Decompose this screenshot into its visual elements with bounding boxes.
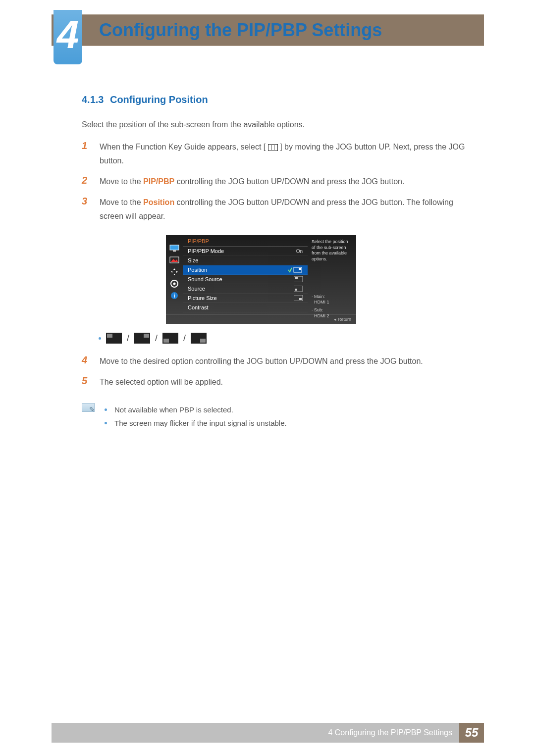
steps-list: 1 When the Function Key Guide appears, s… [82, 140, 466, 223]
svg-rect-0 [170, 245, 179, 250]
osd-label: Position [188, 267, 278, 273]
notes-block: Not available when PBP is selected. The … [82, 403, 466, 430]
note-item: The screen may flicker if the input sign… [103, 416, 287, 430]
osd-row-picsize: Picture Size [183, 294, 308, 303]
content-area: 4.1.3 Configuring Position Select the po… [82, 94, 466, 430]
step-body: Move to the desired option controlling t… [100, 354, 466, 368]
svg-text:i: i [173, 293, 175, 299]
step-text: controlling the JOG button UP/DOWN and p… [174, 177, 404, 186]
osd-row-size: Size [183, 256, 308, 265]
step-number: 4 [82, 354, 91, 368]
osd-label: Contrast [188, 304, 303, 310]
osd-label: PIP/PBP Mode [188, 248, 296, 254]
position-top-right-icon [134, 333, 150, 344]
step-4: 4 Move to the desired option controlling… [82, 354, 466, 368]
note-icon [82, 403, 95, 412]
osd-value: On [296, 249, 303, 254]
step-body: The selected option will be applied. [100, 375, 466, 389]
page-number: 55 [459, 723, 484, 743]
osd-label: Source [188, 286, 284, 292]
step-5: 5 The selected option will be applied. [82, 375, 466, 389]
intro-text: Select the position of the sub-screen fr… [82, 120, 466, 129]
svg-marker-3 [171, 259, 178, 262]
osd-info-text: Select the position of the sub-screen fr… [312, 239, 352, 262]
info-icon: i [169, 292, 180, 300]
position-options: / / / [99, 333, 466, 344]
section-number: 4.1.3 [82, 94, 104, 105]
section-heading: 4.1.3 Configuring Position [82, 94, 466, 105]
page-footer: 4 Configuring the PIP/PBP Settings 55 [52, 723, 484, 743]
return-arrow-icon: ◂ [334, 317, 336, 322]
osd-info-panel: Select the position of the sub-screen fr… [308, 235, 356, 314]
step-body: Move to the PIP/PBP controlling the JOG … [100, 175, 466, 189]
arrows-icon [169, 268, 180, 276]
svg-point-5 [173, 283, 176, 285]
chapter-badge: 4 [54, 10, 82, 64]
osd-row-source: Source [183, 284, 308, 294]
steps-list-cont: 4 Move to the desired option controlling… [82, 354, 466, 389]
osd-sidebar: i [166, 235, 183, 314]
osd-screenshot: i PIP/PBP PIP/PBP Mode On Size Position [166, 235, 356, 324]
step-number: 3 [82, 196, 91, 223]
chapter-title: Configuring the PIP/PBP Settings [99, 20, 382, 41]
separator: / [183, 333, 186, 344]
note-list: Not available when PBP is selected. The … [103, 403, 287, 430]
keyword: Position [143, 198, 174, 206]
osd-label: Size [188, 257, 303, 263]
step-number: 2 [82, 175, 91, 189]
step-number: 1 [82, 140, 91, 168]
osd-main: PIP/PBP PIP/PBP Mode On Size Position So… [183, 235, 308, 314]
osd-label: Picture Size [188, 295, 284, 301]
svg-rect-15 [299, 298, 302, 300]
osd-heading: PIP/PBP [183, 238, 308, 247]
osd-row-contrast: Contrast [183, 303, 308, 312]
svg-rect-9 [299, 268, 301, 270]
osd-return-label: Return [338, 317, 351, 322]
svg-rect-1 [173, 251, 176, 252]
monitor-icon [169, 244, 180, 252]
osd-row-position-selected: Position [183, 265, 308, 275]
note-item: Not available when PBP is selected. [103, 403, 287, 416]
bullet-icon [99, 337, 101, 340]
step-body: Move to the Position controlling the JOG… [100, 196, 466, 223]
section-title: Configuring Position [110, 94, 208, 105]
position-bottom-left-icon [162, 333, 178, 344]
step-1: 1 When the Function Key Guide appears, s… [82, 140, 466, 168]
footer-text: 4 Configuring the PIP/PBP Settings [328, 728, 452, 737]
pip-icon [294, 276, 303, 282]
svg-rect-11 [295, 277, 298, 279]
osd-label: Sound Source [188, 276, 284, 282]
step-text: When the Function Key Guide appears, sel… [100, 143, 266, 151]
osd-row-mode: PIP/PBP Mode On [183, 247, 308, 256]
gear-icon [169, 280, 180, 288]
position-top-left-icon [106, 333, 122, 344]
pip-icon [294, 295, 303, 301]
osd-row-sound: Sound Source [183, 275, 308, 284]
step-body: When the Function Key Guide appears, sel… [100, 140, 466, 168]
separator: / [127, 333, 129, 344]
picture-icon [169, 256, 180, 264]
separator: / [155, 333, 158, 344]
step-3: 3 Move to the Position controlling the J… [82, 196, 466, 223]
step-text: Move to the [100, 177, 143, 186]
step-text: Move to the [100, 198, 143, 206]
osd-main-source: · Main: HDMI 1 [312, 294, 352, 305]
step-number: 5 [82, 375, 91, 389]
svg-rect-13 [295, 289, 297, 291]
keyword: PIP/PBP [143, 177, 174, 186]
position-bottom-right-icon [191, 333, 207, 344]
menu-icon [268, 144, 278, 151]
check-icon [288, 266, 303, 273]
pip-icon [294, 286, 303, 292]
step-2: 2 Move to the PIP/PBP controlling the JO… [82, 175, 466, 189]
